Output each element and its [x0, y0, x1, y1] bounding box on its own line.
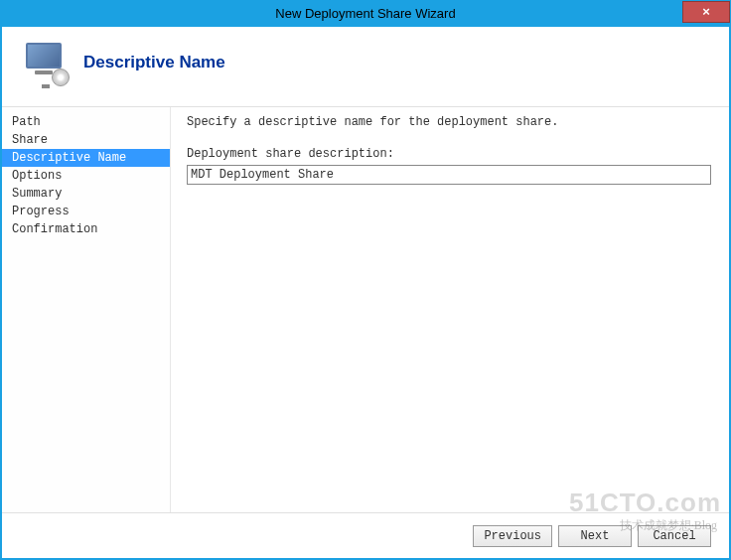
page-title: Descriptive Name [83, 53, 225, 72]
field-label: Deployment share description: [187, 147, 711, 161]
client-area: Descriptive Name Path Share Descriptive … [2, 27, 729, 558]
instruction-text: Specify a descriptive name for the deplo… [187, 115, 711, 129]
step-options[interactable]: Options [2, 167, 170, 185]
close-button[interactable]: × [682, 1, 730, 23]
step-sidebar: Path Share Descriptive Name Options Summ… [2, 107, 171, 512]
next-button[interactable]: Next [558, 525, 632, 547]
step-descriptive-name[interactable]: Descriptive Name [2, 149, 170, 167]
wizard-window: New Deployment Share Wizard × Descriptiv… [0, 0, 731, 560]
cancel-button[interactable]: Cancel [638, 525, 711, 547]
step-confirmation[interactable]: Confirmation [2, 220, 170, 238]
step-progress[interactable]: Progress [2, 203, 170, 220]
window-title: New Deployment Share Wizard [275, 1, 455, 27]
step-path[interactable]: Path [2, 113, 170, 131]
previous-button[interactable]: Previous [473, 525, 552, 547]
computer-icon [26, 43, 66, 82]
wizard-content: Specify a descriptive name for the deplo… [171, 107, 729, 512]
wizard-body: Path Share Descriptive Name Options Summ… [2, 106, 729, 512]
wizard-footer: Previous Next Cancel [2, 512, 729, 558]
step-summary[interactable]: Summary [2, 185, 170, 203]
description-input[interactable] [187, 165, 711, 185]
titlebar: New Deployment Share Wizard × [1, 1, 730, 27]
wizard-header: Descriptive Name [2, 27, 729, 94]
step-share[interactable]: Share [2, 131, 170, 149]
